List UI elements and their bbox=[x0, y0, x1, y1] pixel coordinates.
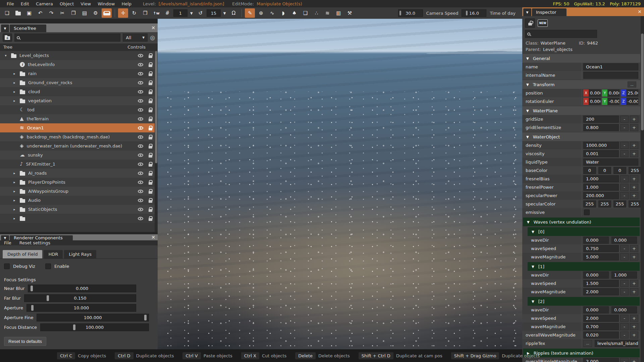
search-input[interactable] bbox=[22, 35, 118, 40]
increment-button[interactable]: + bbox=[630, 280, 638, 287]
color-channel-field[interactable]: 0 bbox=[583, 167, 596, 174]
increment-button[interactable]: + bbox=[630, 331, 638, 339]
section-ripples-texture-animation-[interactable]: ▶Ripples (texture animation) bbox=[523, 349, 640, 357]
lock-icon[interactable] bbox=[149, 80, 152, 85]
camera-speed-slider[interactable]: 30.0 bbox=[398, 9, 423, 17]
inspector-tab[interactable]: Inspector bbox=[532, 8, 567, 16]
decrement-button[interactable]: - bbox=[620, 253, 629, 260]
tree-row[interactable]: ▸StaticObjects bbox=[0, 205, 158, 214]
increment-button[interactable]: + bbox=[630, 175, 638, 182]
menu-item-edit[interactable]: Edit bbox=[17, 1, 33, 6]
lock-icon[interactable] bbox=[149, 53, 152, 58]
object-creator-button[interactable]: ⊕ bbox=[256, 8, 266, 18]
checkbox-box[interactable] bbox=[4, 263, 10, 269]
lock-selection-button[interactable] bbox=[525, 18, 535, 28]
color-channel-field[interactable]: 255 bbox=[629, 200, 641, 207]
expand-closed-icon[interactable]: ▸ bbox=[12, 90, 17, 94]
vector-value-field[interactable]: 1.000 bbox=[611, 272, 637, 279]
tree-row[interactable]: ◈backdrop_mesh (backdrop_mesh.dae) bbox=[0, 132, 158, 141]
tree-row[interactable]: ▲theTerrain bbox=[0, 114, 158, 123]
snap-to-grid-button[interactable]: # bbox=[162, 8, 172, 18]
increment-button[interactable]: + bbox=[630, 192, 638, 199]
menu-item-camera[interactable]: Camera bbox=[33, 1, 56, 6]
renderer-menu-file[interactable]: File bbox=[4, 240, 11, 245]
decrement-button[interactable]: - bbox=[620, 192, 629, 199]
new-object-button[interactable]: NEW bbox=[538, 19, 548, 27]
close-icon[interactable]: ✕ bbox=[635, 7, 644, 16]
prop-value-field[interactable]: 0.020 bbox=[583, 331, 619, 339]
decrement-button[interactable]: - bbox=[620, 150, 629, 157]
increment-button[interactable]: + bbox=[630, 315, 638, 322]
color-channel-field[interactable]: 255 bbox=[629, 167, 641, 174]
visibility-eye-icon[interactable] bbox=[138, 163, 143, 166]
renderer-menu-reset-settings[interactable]: Reset settings bbox=[19, 240, 50, 245]
increment-button[interactable]: + bbox=[630, 323, 638, 330]
tree-row[interactable]: ≋Ocean1 bbox=[0, 123, 158, 132]
visibility-eye-icon[interactable] bbox=[138, 63, 143, 66]
color-channel-field[interactable]: 0 bbox=[613, 167, 626, 174]
expand-closed-icon[interactable]: ▸ bbox=[12, 180, 17, 184]
texture-path-field[interactable]: levels/small_island/a bbox=[595, 340, 638, 347]
color-channel-field[interactable]: 255 bbox=[598, 200, 611, 207]
translate-tool-button[interactable]: ✛ bbox=[118, 8, 128, 18]
prop-value-field[interactable]: 5.000 bbox=[583, 253, 619, 260]
expand-closed-icon[interactable]: ▸ bbox=[12, 207, 17, 211]
axis-x-chip[interactable]: X0.000 bbox=[583, 89, 601, 97]
lock-icon[interactable] bbox=[149, 117, 152, 121]
section-waterobject[interactable]: ▼WaterObject bbox=[522, 132, 640, 141]
tree-row[interactable]: ▸AI_roads bbox=[0, 169, 158, 178]
increment-button[interactable]: + bbox=[630, 288, 638, 295]
lock-icon[interactable] bbox=[149, 126, 152, 130]
redo-button[interactable]: ↷ bbox=[46, 8, 56, 18]
lock-icon[interactable] bbox=[149, 108, 152, 112]
local-world-toggle-button[interactable]: ↑w bbox=[151, 8, 161, 18]
forest-tool-button[interactable]: ♠ bbox=[289, 8, 299, 18]
panel-menu-icon[interactable]: ▼ bbox=[523, 8, 531, 16]
section-transform[interactable]: ▼Transform... bbox=[522, 80, 640, 89]
lock-icon[interactable] bbox=[149, 162, 152, 167]
tree-row[interactable]: ▸ bbox=[0, 214, 158, 223]
color-channel-field[interactable]: 0 bbox=[598, 167, 611, 174]
decrement-button[interactable]: - bbox=[620, 245, 629, 252]
lock-icon[interactable] bbox=[149, 135, 152, 139]
expand-closed-icon[interactable]: ▸ bbox=[12, 198, 17, 202]
decrement-button[interactable]: - bbox=[620, 323, 629, 330]
vector-value-field[interactable]: 0.000 bbox=[583, 306, 609, 313]
lock-icon[interactable] bbox=[149, 207, 152, 212]
increment-button[interactable]: + bbox=[630, 184, 638, 191]
scene-tree-search[interactable] bbox=[14, 34, 120, 42]
grid-snap-size-field[interactable]: 1 bbox=[173, 9, 187, 17]
visibility-eye-icon[interactable] bbox=[138, 108, 143, 112]
prop-value-field[interactable] bbox=[583, 72, 638, 79]
vector-value-field[interactable]: 0.000 bbox=[583, 237, 609, 244]
increment-button[interactable]: + bbox=[630, 150, 638, 157]
visibility-eye-icon[interactable] bbox=[138, 199, 143, 202]
lock-icon[interactable] bbox=[149, 71, 152, 76]
decrement-button[interactable]: - bbox=[620, 331, 629, 339]
editmode-value[interactable]: Manipulate Object(s) bbox=[257, 1, 302, 6]
time-of-day-handle[interactable] bbox=[466, 11, 468, 15]
decrement-button[interactable]: - bbox=[620, 124, 629, 131]
checkbox-enable[interactable]: Enable bbox=[45, 263, 69, 269]
terrain-brush-tool-button[interactable]: ◗ bbox=[278, 8, 288, 18]
slider-track[interactable]: 10.000 bbox=[26, 304, 136, 312]
new-file-button[interactable]: ❏ bbox=[2, 8, 12, 18]
close-icon[interactable]: ✕ bbox=[149, 23, 158, 32]
increment-button[interactable]: + bbox=[630, 245, 638, 252]
tree-row[interactable]: ▸Audio bbox=[0, 196, 158, 205]
visibility-eye-icon[interactable] bbox=[138, 181, 143, 184]
renderer-tab[interactable]: Renderer Components bbox=[10, 235, 73, 240]
axis-z-chip[interactable]: Z-0.000 bbox=[621, 98, 638, 105]
section--1-[interactable]: ▼[1] bbox=[528, 262, 640, 271]
reset-to-defaults-button[interactable]: Reset to defaults bbox=[4, 337, 46, 346]
close-icon[interactable]: ✕ bbox=[149, 234, 158, 240]
tree-row[interactable]: ▸cloud bbox=[0, 87, 158, 96]
increment-button[interactable]: + bbox=[630, 253, 638, 260]
mesh-tool-button[interactable]: ❑ bbox=[300, 8, 310, 18]
decrement-button[interactable]: - bbox=[620, 288, 629, 295]
level-path[interactable]: [/levels/small_island/info.json] bbox=[159, 1, 224, 6]
slider-track[interactable]: 100.000 bbox=[40, 323, 149, 331]
tree-row[interactable]: ▸vegetation bbox=[0, 96, 158, 105]
menu-item-object[interactable]: Object bbox=[56, 1, 77, 6]
expand-closed-icon[interactable]: ▸ bbox=[12, 99, 17, 103]
